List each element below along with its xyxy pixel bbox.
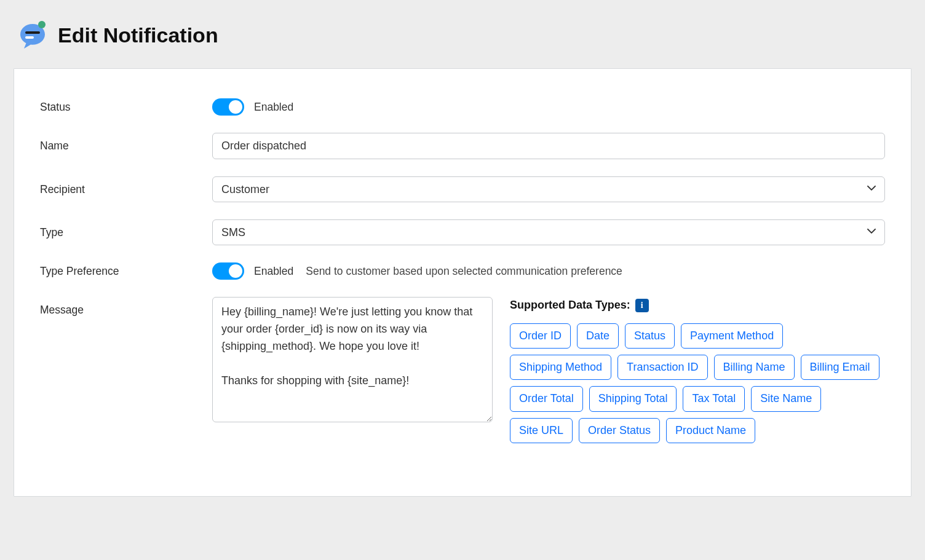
status-toggle[interactable]	[212, 98, 244, 116]
data-type-tag[interactable]: Billing Name	[714, 355, 795, 380]
type-select[interactable]: SMS	[212, 219, 885, 245]
status-toggle-text: Enabled	[254, 99, 293, 115]
recipient-select[interactable]: Customer	[212, 176, 885, 202]
data-type-tag[interactable]: Site Name	[751, 386, 821, 411]
label-recipient: Recipient	[40, 176, 212, 197]
type-preference-toggle-text: Enabled	[254, 263, 293, 279]
info-icon[interactable]: i	[635, 299, 649, 312]
page-title: Edit Notification	[58, 20, 218, 51]
label-type: Type	[40, 219, 212, 240]
label-type-preference: Type Preference	[40, 263, 212, 279]
tag-list: Order IDDateStatusPayment MethodShipping…	[510, 323, 885, 443]
label-status: Status	[40, 99, 212, 115]
data-type-tag[interactable]: Transaction ID	[617, 355, 707, 380]
svg-rect-2	[25, 36, 34, 39]
data-type-tag[interactable]: Shipping Total	[589, 386, 677, 411]
row-type: Type SMS	[40, 219, 885, 245]
chat-logo-icon	[17, 20, 48, 51]
data-type-tag[interactable]: Order ID	[510, 323, 571, 349]
type-preference-hint: Send to customer based upon selected com…	[306, 263, 622, 279]
row-name: Name	[40, 133, 885, 159]
data-type-tag[interactable]: Shipping Method	[510, 355, 611, 380]
name-input[interactable]	[212, 133, 885, 159]
svg-rect-1	[25, 31, 40, 34]
data-type-tag[interactable]: Site URL	[510, 418, 573, 443]
message-textarea[interactable]	[212, 297, 493, 422]
label-message: Message	[40, 297, 212, 318]
data-type-tag[interactable]: Order Total	[510, 386, 583, 411]
supported-data-types: Supported Data Types: i Order IDDateStat…	[510, 297, 885, 443]
label-name: Name	[40, 133, 212, 154]
edit-form-card: Status Enabled Name Recipient Customer	[14, 68, 911, 497]
data-type-tag[interactable]: Order Status	[579, 418, 660, 443]
data-type-tag[interactable]: Product Name	[666, 418, 755, 443]
data-type-tag[interactable]: Payment Method	[681, 323, 783, 349]
page-header: Edit Notification	[0, 0, 925, 68]
row-status: Status Enabled	[40, 98, 885, 116]
data-type-tag[interactable]: Date	[577, 323, 619, 349]
row-message: Message Supported Data Types: i Order ID…	[40, 297, 885, 443]
data-type-tag[interactable]: Billing Email	[801, 355, 879, 380]
row-type-preference: Type Preference Enabled Send to customer…	[40, 262, 885, 280]
data-type-tag[interactable]: Status	[625, 323, 675, 349]
row-recipient: Recipient Customer	[40, 176, 885, 202]
data-types-title: Supported Data Types:	[510, 297, 630, 314]
data-type-tag[interactable]: Tax Total	[683, 386, 745, 411]
type-preference-toggle[interactable]	[212, 262, 244, 280]
svg-point-0	[38, 21, 46, 28]
